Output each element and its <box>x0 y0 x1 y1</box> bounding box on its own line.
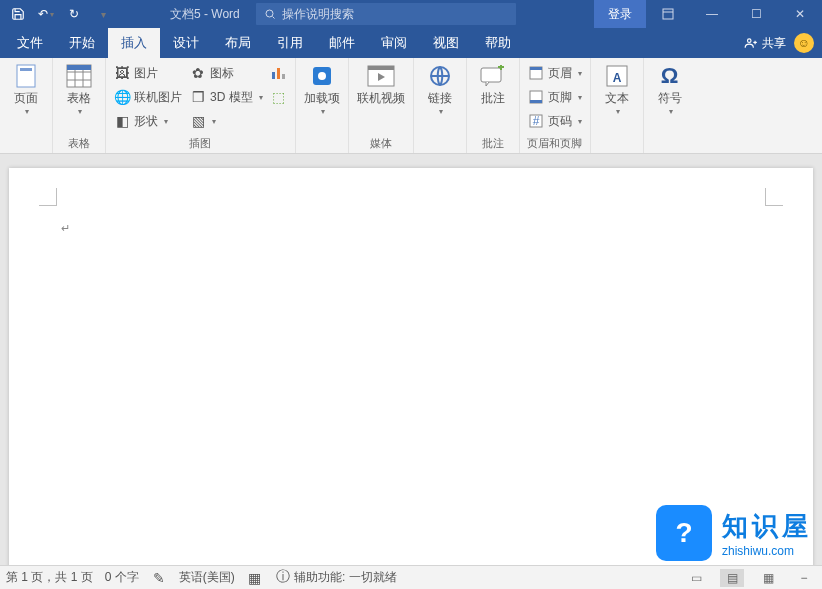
group-addins: 加载项 ▾ <box>296 58 349 153</box>
group-media: 联机视频 媒体 <box>349 58 414 153</box>
group-text-label <box>597 137 637 151</box>
tab-layout[interactable]: 布局 <box>212 28 264 58</box>
status-accessibility[interactable]: ⓘ 辅助功能: 一切就绪 <box>275 569 397 586</box>
symbol-button[interactable]: Ω 符号 ▾ <box>650 62 690 116</box>
header-button[interactable]: 页眉▾ <box>526 62 584 84</box>
icons-icon: ✿ <box>190 65 206 81</box>
share-button[interactable]: 共享 <box>744 35 786 52</box>
group-header-footer-label: 页眉和页脚 <box>526 134 584 151</box>
title-bar: ↶▾ ↻ ▾ 文档5 - Word 操作说明搜索 登录 — ☐ ✕ <box>0 0 822 28</box>
redo-button[interactable]: ↻ <box>62 2 86 26</box>
ribbon-tabs: 文件 开始 插入 设计 布局 引用 邮件 审阅 视图 帮助 共享 ☺ <box>0 28 822 58</box>
group-header-footer: 页眉▾ 页脚▾ #页码▾ 页眉和页脚 <box>520 58 591 153</box>
svg-rect-8 <box>20 68 32 71</box>
picture-icon: 🖼 <box>114 65 130 81</box>
save-button[interactable] <box>6 2 30 26</box>
login-button[interactable]: 登录 <box>594 0 646 28</box>
page-number-button[interactable]: #页码▾ <box>526 110 584 132</box>
page-number-icon: # <box>528 113 544 129</box>
shapes-icon: ◧ <box>114 113 130 129</box>
undo-button[interactable]: ↶▾ <box>34 2 58 26</box>
online-picture-button[interactable]: 🌐联机图片 <box>112 86 184 108</box>
status-page[interactable]: 第 1 页，共 1 页 <box>6 569 93 586</box>
cover-page-button[interactable]: 页面 ▾ <box>6 62 46 116</box>
chart-button[interactable] <box>269 62 289 84</box>
text-label: 文本 <box>605 92 629 105</box>
omega-icon: Ω <box>656 62 684 90</box>
status-words[interactable]: 0 个字 <box>105 569 139 586</box>
group-pages: 页面 ▾ <box>0 58 53 153</box>
view-read-button[interactable]: ▭ <box>684 569 708 587</box>
view-web-button[interactable]: ▦ <box>756 569 780 587</box>
comment-button[interactable]: 批注 <box>473 62 513 105</box>
group-symbols-label <box>650 137 690 151</box>
chart-icon <box>271 65 287 81</box>
tab-file[interactable]: 文件 <box>4 28 56 58</box>
page[interactable]: ↵ <box>9 168 813 565</box>
tab-mail[interactable]: 邮件 <box>316 28 368 58</box>
macro-icon[interactable]: ▦ <box>247 570 263 586</box>
accessibility-icon: ⓘ <box>275 569 291 585</box>
svg-rect-21 <box>368 66 394 70</box>
icons-button[interactable]: ✿图标 <box>188 62 265 84</box>
group-symbols: Ω 符号 ▾ <box>644 58 696 153</box>
picture-button[interactable]: 🖼图片 <box>112 62 184 84</box>
chevron-down-icon: ▾ <box>669 107 673 116</box>
chevron-down-icon: ▾ <box>321 107 325 116</box>
svg-rect-2 <box>663 9 673 19</box>
addins-button[interactable]: 加载项 ▾ <box>302 62 342 116</box>
view-print-button[interactable]: ▤ <box>720 569 744 587</box>
footer-icon <box>528 89 544 105</box>
close-button[interactable]: ✕ <box>778 0 822 28</box>
text-button[interactable]: A 文本 ▾ <box>597 62 637 116</box>
ribbon-display-button[interactable] <box>646 0 690 28</box>
table-button[interactable]: 表格 ▾ <box>59 62 99 116</box>
share-label: 共享 <box>762 35 786 52</box>
svg-rect-14 <box>67 65 91 70</box>
chevron-down-icon: ▾ <box>25 107 29 116</box>
tab-design[interactable]: 设计 <box>160 28 212 58</box>
document-canvas[interactable]: ↵ <box>0 154 822 565</box>
textbox-icon: A <box>603 62 631 90</box>
shapes-button[interactable]: ◧形状▾ <box>112 110 184 132</box>
tab-review[interactable]: 审阅 <box>368 28 420 58</box>
tab-view[interactable]: 视图 <box>420 28 472 58</box>
spellcheck-icon[interactable]: ✎ <box>151 570 167 586</box>
group-illustrations: 🖼图片 🌐联机图片 ◧形状▾ ✿图标 ❒3D 模型▾ ▧▾ ⬚ 插图 <box>106 58 296 153</box>
group-comments: 批注 批注 <box>467 58 520 153</box>
link-button[interactable]: 链接 ▾ <box>420 62 460 116</box>
online-picture-icon: 🌐 <box>114 89 130 105</box>
cube-icon: ❒ <box>190 89 206 105</box>
smartart-button[interactable]: ⬚ <box>269 86 289 108</box>
online-video-button[interactable]: 联机视频 <box>355 62 407 105</box>
search-placeholder: 操作说明搜索 <box>282 6 354 23</box>
margin-corner-tl <box>39 188 57 206</box>
minimize-button[interactable]: — <box>690 0 734 28</box>
maximize-button[interactable]: ☐ <box>734 0 778 28</box>
footer-button[interactable]: 页脚▾ <box>526 86 584 108</box>
comment-icon <box>479 62 507 90</box>
group-tables-label: 表格 <box>59 134 99 151</box>
tell-me-search[interactable]: 操作说明搜索 <box>256 3 516 25</box>
comment-label: 批注 <box>481 92 505 105</box>
feedback-button[interactable]: ☺ <box>794 33 814 53</box>
chevron-down-icon: ▾ <box>616 107 620 116</box>
link-label: 链接 <box>428 92 452 105</box>
model3d-button[interactable]: ❒3D 模型▾ <box>188 86 265 108</box>
svg-point-0 <box>266 10 273 17</box>
tab-home[interactable]: 开始 <box>56 28 108 58</box>
tab-insert[interactable]: 插入 <box>108 28 160 58</box>
group-text: A 文本 ▾ <box>591 58 644 153</box>
svg-text:#: # <box>532 114 539 128</box>
svg-text:A: A <box>612 71 621 85</box>
qat-more-button[interactable]: ▾ <box>90 2 114 26</box>
tab-help[interactable]: 帮助 <box>472 28 524 58</box>
zoom-out-button[interactable]: − <box>792 569 816 587</box>
quick-access-toolbar: ↶▾ ↻ ▾ <box>0 2 120 26</box>
tab-reference[interactable]: 引用 <box>264 28 316 58</box>
margin-corner-tr <box>765 188 783 206</box>
addins-label: 加载项 <box>304 92 340 105</box>
status-language[interactable]: 英语(美国) <box>179 569 235 586</box>
screenshot-button[interactable]: ▧▾ <box>188 110 265 132</box>
svg-rect-17 <box>282 74 285 79</box>
